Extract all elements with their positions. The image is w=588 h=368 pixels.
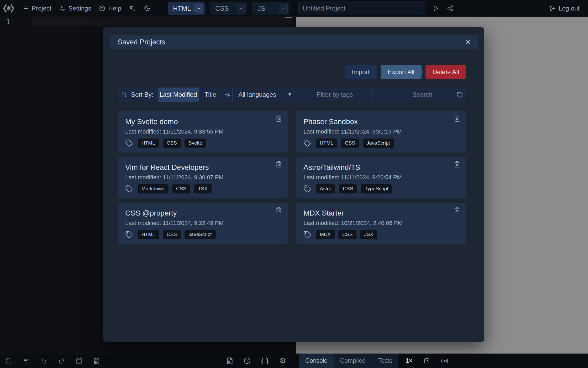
menu-project[interactable]: Project — [23, 5, 51, 12]
refresh-icon — [456, 91, 463, 98]
top-bar: Project Settings Help A HTML — [0, 0, 588, 17]
line-number: 1 — [6, 18, 10, 26]
tag-pill: Markdown — [138, 184, 169, 193]
tag-pill: TypeScript — [361, 184, 392, 193]
tag-pill-list: MarkdownCSSTSX — [138, 184, 212, 193]
gear-icon[interactable]: ⚙ — [279, 357, 286, 365]
chevron-down-icon[interactable] — [237, 4, 245, 13]
tag-pill: JavaScript — [185, 230, 216, 239]
delete-all-button[interactable]: Delete All — [426, 65, 466, 79]
tag-pill: JavaScript — [363, 139, 394, 148]
project-card[interactable]: Astro/Tailwind/TS Last modified: 11/11/2… — [296, 157, 466, 198]
delete-project-icon[interactable] — [275, 161, 282, 168]
braces-icon[interactable]: { } — [261, 357, 269, 365]
tag-pill: CSS — [341, 139, 359, 148]
project-tags: MDXCSSJSX — [303, 230, 459, 239]
info-icon[interactable] — [244, 357, 251, 364]
project-card[interactable]: CSS @property Last modified: 11/11/2024,… — [118, 203, 288, 244]
language-filter-dropdown[interactable]: All languages ▼ — [232, 88, 297, 102]
tag-icon — [125, 139, 133, 147]
copy-clipboard-icon[interactable] — [76, 357, 82, 364]
tab-tests[interactable]: Tests — [372, 354, 399, 368]
delete-project-icon[interactable] — [454, 115, 460, 122]
live-broadcast-icon[interactable] — [441, 357, 448, 365]
logout-icon — [549, 5, 555, 12]
selection-box-icon[interactable] — [5, 357, 12, 364]
project-title: Phaser Sandbox — [303, 117, 459, 126]
zoom-level-button[interactable]: 1× — [406, 357, 412, 364]
dark-mode-moon-icon[interactable] — [144, 5, 150, 12]
logout-button[interactable]: Log out — [549, 0, 580, 17]
file-link-icon[interactable] — [226, 357, 233, 364]
sort-by-label: Sort By: — [131, 91, 153, 98]
paste-clipboard-icon[interactable] — [93, 357, 100, 364]
search-input[interactable] — [408, 91, 453, 99]
bottom-bar: { } ⚙ Console Compiled Tests 1× — [0, 354, 588, 368]
chevron-down-icon[interactable] — [279, 4, 288, 13]
project-tags: AstroCSSTypeScript — [303, 184, 459, 193]
project-tags: HTMLCSSJavaScript — [303, 139, 459, 148]
tab-compiled[interactable]: Compiled — [334, 354, 372, 368]
open-preview-window-icon[interactable] — [423, 357, 430, 364]
project-card[interactable]: Vim for React Developers Last modified: … — [118, 157, 288, 198]
project-title: CSS @property — [125, 209, 281, 217]
sort-option-title[interactable]: Title — [199, 88, 222, 102]
editor-select-css-label: CSS — [215, 5, 229, 12]
editor-select-css[interactable]: CSS — [210, 2, 247, 15]
tag-pill-list: HTMLCSSSvelte — [138, 139, 206, 148]
project-card[interactable]: Phaser Sandbox Last modified: 11/11/2024… — [296, 111, 466, 152]
editor-select-html-label: HTML — [173, 5, 191, 12]
run-icon[interactable] — [432, 5, 439, 12]
tag-pill-list: HTMLCSSJavaScript — [138, 230, 216, 239]
delete-project-icon[interactable] — [275, 115, 282, 122]
import-button[interactable]: Import — [345, 65, 377, 79]
tag-pill: HTML — [138, 139, 159, 148]
share-icon[interactable] — [447, 5, 454, 12]
project-name-input[interactable] — [298, 2, 425, 15]
tag-icon — [303, 231, 311, 238]
menu-settings-label: Settings — [69, 5, 91, 12]
redo-icon[interactable] — [58, 357, 65, 364]
project-title: Astro/Tailwind/TS — [303, 163, 459, 172]
project-modified: Last modified: 11/11/2024, 9:31:19 PM — [303, 128, 459, 135]
align-left-icon[interactable] — [23, 357, 30, 364]
tag-pill: CSS — [339, 184, 357, 193]
translate-icon[interactable]: A — [129, 5, 136, 12]
sort-arrows-icon — [121, 91, 128, 98]
chevron-down-icon[interactable] — [195, 4, 203, 13]
dropdown-caret-icon: ▼ — [287, 92, 292, 97]
reset-filters-button[interactable] — [453, 88, 466, 102]
modal-title-bar: Saved Projects — [110, 35, 478, 49]
sort-descending-icon — [224, 91, 230, 98]
sort-direction-button[interactable] — [222, 88, 232, 102]
export-all-button[interactable]: Export All — [381, 65, 421, 79]
close-icon[interactable] — [465, 39, 471, 45]
editor-select-js[interactable]: JS — [252, 2, 290, 15]
tag-icon — [303, 185, 311, 193]
tag-icon — [125, 185, 133, 193]
tag-icon — [125, 231, 133, 238]
project-tags: MarkdownCSSTSX — [125, 184, 281, 193]
project-card[interactable]: My Svelte demo Last modified: 11/11/2024… — [118, 111, 288, 152]
project-modified: Last modified: 11/11/2024, 9:26:54 PM — [303, 174, 459, 181]
editor-select-html[interactable]: HTML — [168, 2, 205, 15]
filter-by-tags-input[interactable] — [297, 91, 372, 99]
tag-pill: HTML — [138, 230, 159, 239]
tag-pill: HTML — [316, 139, 337, 148]
tag-pill: JSX — [360, 230, 377, 239]
project-card[interactable]: MDX Starter Last modified: 10/21/2024, 2… — [296, 203, 466, 244]
sort-filter-bar: Sort By: Last Modified Title All languag… — [118, 88, 466, 102]
menu-settings[interactable]: Settings — [59, 5, 91, 12]
delete-project-icon[interactable] — [275, 207, 282, 213]
delete-project-icon[interactable] — [454, 161, 460, 168]
tab-console[interactable]: Console — [299, 354, 334, 368]
undo-icon[interactable] — [40, 357, 47, 364]
editor-select-js-label: JS — [258, 5, 265, 12]
tag-pill: Svelte — [185, 139, 206, 148]
tag-icon — [303, 139, 311, 147]
delete-project-icon[interactable] — [454, 207, 460, 213]
editor-current-line[interactable] — [32, 17, 292, 26]
menu-help[interactable]: Help — [99, 5, 121, 12]
app-logo — [3, 3, 15, 14]
sort-option-last-modified[interactable]: Last Modified — [158, 88, 199, 102]
